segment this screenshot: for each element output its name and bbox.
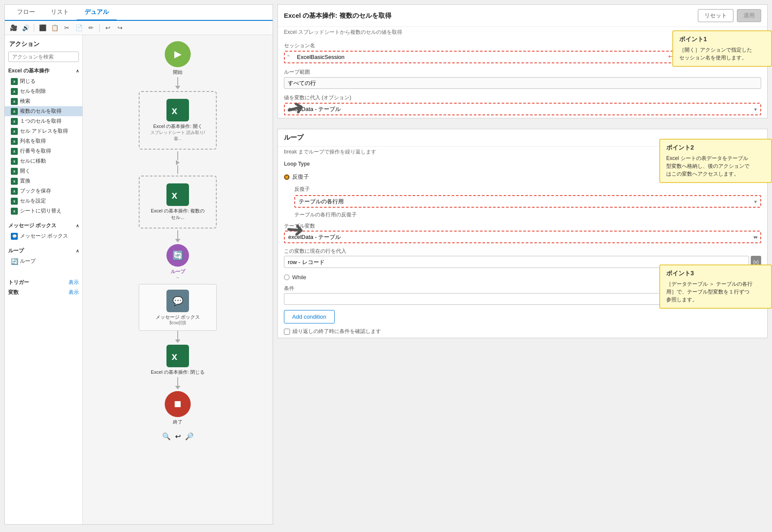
excel-icon-get-cell: x — [11, 118, 18, 125]
add-condition-button[interactable]: Add condition — [284, 310, 335, 323]
form-buttons: リセット 適用 — [698, 9, 761, 22]
value-select-wrapper: excelData - テーブル — [284, 103, 761, 115]
toolbar-paste-btn[interactable]: 📋 — [49, 23, 60, 33]
node-excel-close: x Excel の基本操作: 閉じる — [151, 345, 205, 375]
excel-close-icon: x — [166, 345, 189, 367]
excel-getcells-icon: x — [166, 183, 189, 206]
section-excel[interactable]: Excel の基本操作 ∧ — [5, 65, 82, 76]
sidebar-item-set-cell[interactable]: x セルを設定 — [5, 196, 82, 206]
reset-button[interactable]: リセット — [698, 9, 733, 22]
callout-3-text: ［データテーブル ＞ テーブルの各行用］で、テーブル型変数を１行ずつ参照します。 — [666, 280, 765, 304]
section-msgbox[interactable]: メッセージ ボックス ∧ — [5, 220, 82, 231]
section-excel-label: Excel の基本操作 — [8, 67, 49, 75]
tab-dual[interactable]: デュアル — [77, 5, 117, 21]
icon-undo-canvas[interactable]: ↩ — [175, 432, 181, 441]
sidebar-item-replace[interactable]: x 置換 — [5, 176, 82, 186]
checkbox-label: 繰り返しの終了時に条件を確認します — [293, 328, 381, 335]
loop-sublabel: -- — [176, 275, 179, 280]
toolbar-video-btn[interactable]: 🎥 — [8, 23, 19, 33]
connector-1 — [177, 77, 178, 86]
toolbar-undo-btn[interactable]: ↩ — [103, 23, 113, 33]
sidebar-item-loop[interactable]: 🔄 ループ — [5, 256, 82, 266]
section-loop-arrow: ∧ — [76, 248, 79, 253]
excel-open-icon: x — [166, 99, 189, 121]
toolbar-redo-btn[interactable]: ↪ — [115, 23, 125, 33]
foreach-select-row: テーブルの各行用 — [288, 195, 767, 208]
callout-2-title: ポイント2 — [666, 144, 765, 152]
svg-text:x: x — [172, 351, 177, 362]
node-loop: 🔄 ループ -- — [166, 244, 189, 280]
start-circle: ▶ — [165, 41, 191, 67]
start-label: 開始 — [173, 69, 182, 75]
toolbar-file-btn[interactable]: 📄 — [74, 23, 84, 33]
sidebar-item-get-addr[interactable]: x セル アドレスを取得 — [5, 126, 82, 136]
search-input[interactable] — [8, 52, 79, 62]
callout-2: ポイント2 Excel シートの表データをテーブル型変数へ格納し、後のアクション… — [659, 139, 772, 183]
connector-arrow-right — [176, 160, 179, 165]
toolbar-edit-btn[interactable]: ✏ — [86, 23, 96, 33]
dashed-box-2: x Excel の基本操作: 複数のセル... — [139, 176, 217, 228]
toolbar-cut-btn[interactable]: ✂ — [62, 23, 72, 33]
excel-icon-get-cells: x — [11, 108, 18, 115]
excel-icon-set: x — [11, 198, 18, 205]
sidebar-item-switch-sheet[interactable]: x シートに切り替え — [5, 206, 82, 216]
toolbar-sep-2 — [99, 24, 100, 32]
value-label: 値を変数に代入 (オプション) — [284, 94, 761, 101]
radio-iterative[interactable] — [284, 174, 290, 180]
trigger-show-link[interactable]: 表示 — [68, 279, 79, 286]
iterative-sub-label: 反復子 — [288, 185, 767, 194]
tab-list[interactable]: リスト — [43, 5, 77, 21]
excel-icon-col: x — [11, 138, 18, 145]
loop-circle: 🔄 — [166, 244, 189, 267]
excel-open-label: Excel の基本操作: 開く — [153, 123, 202, 130]
sidebar-item-msgbox[interactable]: 💬 メッセージ ボックス — [5, 231, 82, 241]
svg-text:x: x — [172, 105, 177, 116]
sidebar-item-get-cell[interactable]: x １つのセルを取得 — [5, 116, 82, 126]
sidebar-item-save[interactable]: x ブックを保存 — [5, 186, 82, 196]
section-msgbox-arrow: ∧ — [76, 223, 79, 228]
tab-flow[interactable]: フロー — [9, 5, 43, 21]
apply-button[interactable]: 適用 — [737, 9, 761, 22]
sidebar-item-open[interactable]: x 開く — [5, 166, 82, 176]
msg-box-icon: 💬 — [166, 290, 189, 312]
excel-icon-open: x — [11, 168, 18, 175]
row-var-label: この変数に現在の行を代入 — [278, 246, 767, 256]
table-var-select[interactable]: excelData - テーブル — [284, 231, 761, 243]
variable-row: 変数 表示 — [8, 287, 79, 297]
msg-label: メッセージ ボックス — [156, 314, 200, 320]
tab-bar: フロー リスト デュアル — [5, 5, 273, 21]
sidebar-item-delete-cell[interactable]: x セルを削除 — [5, 86, 82, 96]
toolbar-record-btn[interactable]: 🔊 — [20, 23, 31, 33]
sidebar-item-search[interactable]: x 検索 — [5, 96, 82, 106]
sidebar-item-get-row[interactable]: x 行番号を取得 — [5, 146, 82, 156]
toolbar-sep-1 — [34, 24, 34, 32]
table-var-row: excelData - テーブル ▼ — [278, 231, 767, 243]
sidebar-item-get-cells[interactable]: x 複数のセルを取得 — [5, 106, 82, 116]
icon-search-canvas[interactable]: 🔍 — [162, 432, 171, 441]
big-arrow-2: ➜ — [285, 216, 306, 242]
range-input[interactable] — [284, 77, 761, 89]
icon-zoom-canvas[interactable]: 🔎 — [185, 432, 194, 441]
right-panel: Excel の基本操作: 複数のセルを取得 リセット 適用 Excel スプレッ… — [277, 4, 768, 338]
sidebar-item-goto-cell[interactable]: x セルに移動 — [5, 156, 82, 166]
radio-iterative-label: 反復子 — [292, 173, 309, 181]
excel-icon-close: x — [11, 78, 18, 85]
end-condition-checkbox[interactable] — [284, 329, 290, 335]
section-loop[interactable]: ループ ∧ — [5, 245, 82, 256]
section-loop-label: ループ — [8, 247, 24, 255]
connector-6 — [177, 377, 178, 386]
toolbar-copy-btn[interactable]: ⬛ — [37, 23, 48, 33]
loop-icon: 🔄 — [11, 258, 18, 265]
foreach-select[interactable]: テーブルの各行用 — [294, 195, 761, 208]
sidebar-item-close[interactable]: x 閉じる — [5, 76, 82, 86]
value-select[interactable]: excelData - テーブル — [284, 103, 761, 115]
radio-while[interactable] — [284, 274, 290, 280]
end-label: 終了 — [173, 419, 182, 425]
callout-3: ポイント3 ［データテーブル ＞ テーブルの各行用］で、テーブル型変数を１行ずつ… — [659, 264, 772, 309]
sidebar-title: アクション — [5, 39, 82, 52]
variable-show-link[interactable]: 表示 — [68, 289, 79, 296]
section-msgbox-label: メッセージ ボックス — [8, 222, 56, 229]
connector-4 — [177, 230, 178, 239]
connector-3 — [177, 165, 178, 174]
sidebar-item-get-col[interactable]: x 列名を取得 — [5, 136, 82, 146]
